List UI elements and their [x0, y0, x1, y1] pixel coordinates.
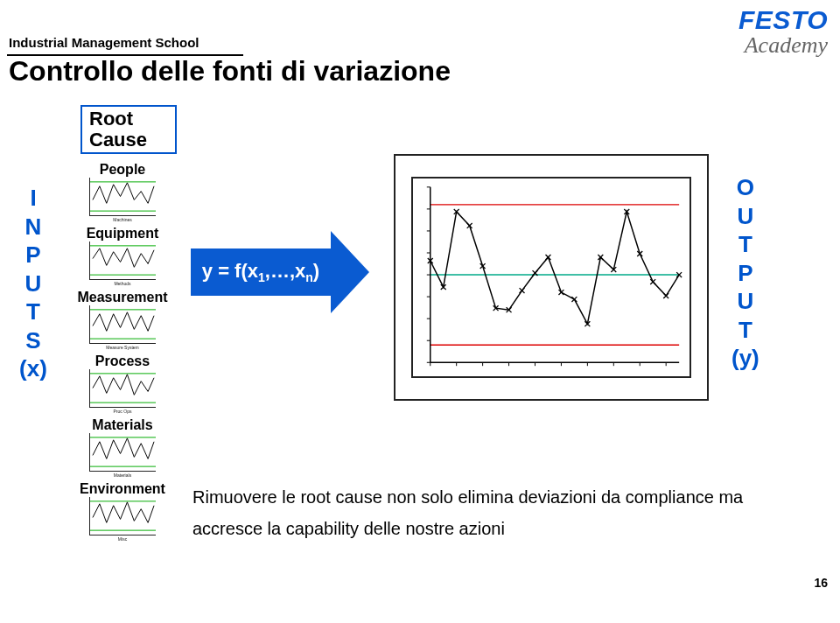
logo-top: FESTO [738, 7, 828, 33]
brand-logo: FESTO Academy [738, 7, 828, 59]
mini-chart [89, 178, 156, 216]
mini-chart [89, 369, 156, 408]
formula-arrow: y = f(x1,…,xn) [191, 248, 366, 296]
output-letter: (y) [732, 344, 760, 373]
category-block: Equipment Methods [61, 226, 184, 286]
paragraph-line1: Rimuovere le root cause non solo elimina… [192, 481, 805, 513]
output-letter: P [732, 259, 760, 288]
mini-caption: Misc [61, 536, 184, 542]
mini-chart [89, 497, 156, 536]
inputs-letter: (x) [16, 354, 51, 383]
formula-body: y = f(x1,…,xn) [191, 248, 331, 296]
category-block: Process Proc Ops [61, 354, 184, 414]
arrow-head-icon [331, 231, 369, 313]
inputs-letter: N [16, 213, 51, 242]
inputs-letter: T [16, 298, 51, 326]
page-number: 16 [814, 576, 828, 590]
category-label: Measurement [61, 290, 184, 305]
category-label: Environment [61, 481, 184, 497]
formula-sub2: n [305, 270, 313, 284]
category-block: Environment Misc [61, 481, 184, 542]
output-column: O U T P U T (y) [732, 173, 760, 373]
mini-caption: Materials [61, 472, 184, 478]
output-letter: U [732, 202, 760, 231]
output-letter: O [732, 173, 760, 202]
root-cause-line2: Cause [89, 130, 147, 150]
inputs-letter: U [16, 270, 51, 298]
output-chart-frame [394, 154, 709, 401]
formula-mid: ,…,x [265, 260, 305, 282]
category-label: Materials [61, 417, 184, 433]
mini-chart [89, 242, 156, 280]
output-letter: U [732, 287, 760, 316]
category-label: Equipment [61, 226, 184, 242]
formula-suffix: ) [313, 260, 319, 282]
paragraph-line2: accresce la capability delle nostre azio… [192, 513, 805, 544]
root-cause-line1: Root [89, 108, 147, 130]
mini-caption: Measure System [61, 345, 184, 350]
formula-sub1: 1 [258, 270, 265, 284]
bottom-paragraph: Rimuovere le root cause non solo elimina… [192, 481, 805, 544]
mini-chart [89, 305, 156, 344]
mini-caption: Methods [61, 281, 184, 286]
school-name: Industrial Management School [0, 0, 840, 50]
logo-bottom: Academy [738, 33, 828, 59]
category-label: Process [61, 354, 184, 369]
inputs-letter: I [16, 184, 51, 213]
output-letter: T [732, 316, 760, 345]
formula-prefix: y = f(x [202, 260, 258, 282]
output-chart [411, 177, 691, 378]
mini-chart [89, 433, 156, 472]
category-block: Materials Materials [61, 417, 184, 478]
mini-caption: Machines [61, 217, 184, 222]
categories-column: People Machines Equipment Methods Measur… [61, 162, 184, 545]
inputs-letter: S [16, 326, 51, 355]
header-underline [7, 54, 243, 56]
output-letter: T [732, 230, 760, 259]
inputs-column: I N P U T S (x) [16, 184, 51, 383]
category-label: People [61, 162, 184, 178]
mini-caption: Proc Ops [61, 409, 184, 414]
root-cause-box: Root Cause [80, 105, 177, 154]
inputs-letter: P [16, 241, 51, 270]
category-block: People Machines [61, 162, 184, 222]
formula-text: y = f(x1,…,xn) [202, 260, 319, 284]
category-block: Measurement Measure System [61, 290, 184, 350]
